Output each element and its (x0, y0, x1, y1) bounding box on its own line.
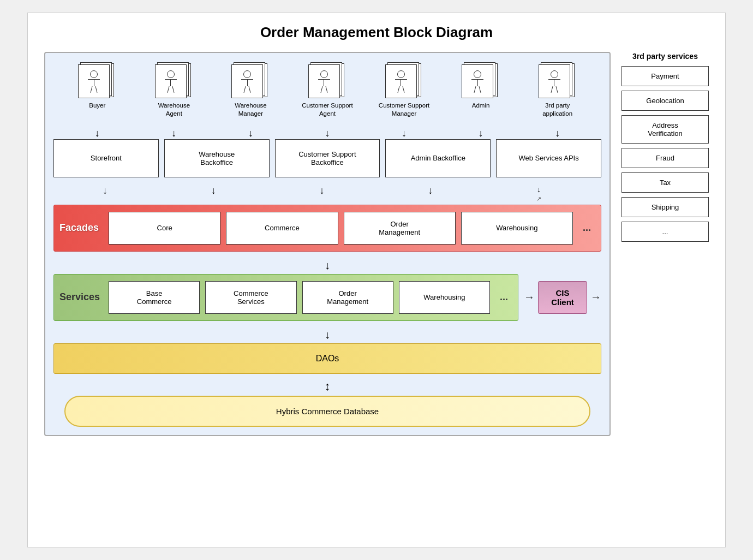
arrow-wh-manager: ↓ (220, 128, 280, 139)
third-party-title: 3rd party services (621, 52, 709, 61)
actor-cs-manager: Customer SupportManager (374, 61, 434, 118)
cis-to-3rd-party-arrow: → (590, 291, 601, 303)
facades-label: Facades (59, 222, 103, 234)
actor-buyer: Buyer (67, 61, 127, 118)
3rd-party-ellipsis: ... (621, 222, 709, 242)
main-content: Buyer (44, 52, 709, 436)
backoffice-cs: Customer SupportBackoffice (275, 139, 380, 177)
actor-warehouse-agent: WarehouseAgent (144, 61, 204, 118)
actor-cs-agent: Customer SupportAgent (297, 61, 357, 118)
daos-box: DAOs (53, 343, 601, 374)
facade-commerce: Commerce (226, 212, 338, 245)
page-title: Order Management Block Diagram (44, 24, 709, 41)
actors-row: Buyer (53, 61, 601, 118)
3rd-party-address: AddressVerification (621, 115, 709, 144)
actor-cs-manager-label: Customer SupportManager (379, 102, 429, 118)
facade-order-mgmt: OrderManagement (344, 212, 456, 245)
services-row: Services BaseCommerce CommerceServices O… (53, 274, 518, 321)
services-to-cis-arrow: → (524, 291, 535, 303)
services-cis-row: Services BaseCommerce CommerceServices O… (53, 274, 601, 321)
actor-3rd-party: 3rd partyapplication (528, 61, 588, 118)
page: Order Management Block Diagram (27, 13, 726, 547)
service-base-commerce: BaseCommerce (109, 281, 200, 314)
arrow-buyer: ↓ (67, 128, 127, 139)
service-ellipsis: ... (495, 291, 512, 303)
3rd-party-payment: Payment (621, 66, 709, 86)
facade-warehousing: Warehousing (461, 212, 573, 245)
arrow-bo-storefront: ↓ (53, 185, 157, 202)
bidir-arrow: ↕ (53, 379, 601, 394)
actors-arrows: ↓ ↓ ↓ ↓ ↓ ↓ ↓ (53, 128, 601, 139)
backoffice-warehouse: WarehouseBackoffice (164, 139, 270, 177)
backoffice-arrows: ↓ ↓ ↓ ↓ ↓↗ (53, 185, 601, 202)
facades-row: Facades Core Commerce OrderManagement Wa… (53, 205, 601, 252)
actor-warehouse-manager-label: WarehouseManager (235, 102, 266, 118)
actor-warehouse-manager: WarehouseManager (220, 61, 280, 118)
actor-admin-label: Admin (472, 102, 490, 110)
arrow-cs-manager: ↓ (374, 128, 434, 139)
backoffice-row: Storefront WarehouseBackoffice Customer … (53, 139, 601, 177)
arrow-wh-agent: ↓ (144, 128, 204, 139)
arrow-3rd-party: ↓ (528, 128, 588, 139)
cis-arrow-wrapper: → CISClient → (524, 274, 601, 321)
arrow-bo-admin: ↓ (379, 185, 482, 202)
arrow-admin: ↓ (451, 128, 511, 139)
3rd-party-fraud: Fraud (621, 148, 709, 168)
services-label: Services (59, 291, 103, 303)
arrow-bo-cs: ↓ (271, 185, 374, 202)
actor-3rd-party-label: 3rd partyapplication (542, 102, 572, 118)
actor-buyer-label: Buyer (89, 102, 105, 110)
service-warehousing: Warehousing (399, 281, 490, 314)
arrow-cs-agent: ↓ (297, 128, 357, 139)
facade-ellipsis: ... (578, 222, 595, 234)
facade-core: Core (109, 212, 220, 245)
service-commerce-services: CommerceServices (205, 281, 296, 314)
backoffice-webservices: Web Services APIs (496, 139, 601, 177)
3rd-party-tax: Tax (621, 172, 709, 193)
backoffice-admin: Admin Backoffice (385, 139, 491, 177)
services-to-daos-arrow: ↓ (53, 329, 601, 341)
actor-admin: Admin (451, 61, 511, 118)
database-pill: Hybris Commerce Database (64, 396, 590, 427)
cis-client: CISClient (538, 281, 587, 314)
actor-warehouse-agent-label: WarehouseAgent (158, 102, 190, 118)
backoffice-storefront: Storefront (53, 139, 159, 177)
3rd-party-geolocation: Geolocation (621, 91, 709, 111)
arrow-bo-warehouse: ↓ (162, 185, 265, 202)
facades-to-services-arrow: ↓ (53, 259, 601, 272)
third-party-panel: 3rd party services Payment Geolocation A… (621, 52, 709, 436)
diagram-area: Buyer (44, 52, 611, 436)
service-order-mgmt: OrderManagement (302, 281, 393, 314)
3rd-party-shipping: Shipping (621, 197, 709, 217)
actor-cs-agent-label: Customer SupportAgent (302, 102, 352, 118)
arrow-bo-ws: ↓↗ (487, 185, 601, 202)
